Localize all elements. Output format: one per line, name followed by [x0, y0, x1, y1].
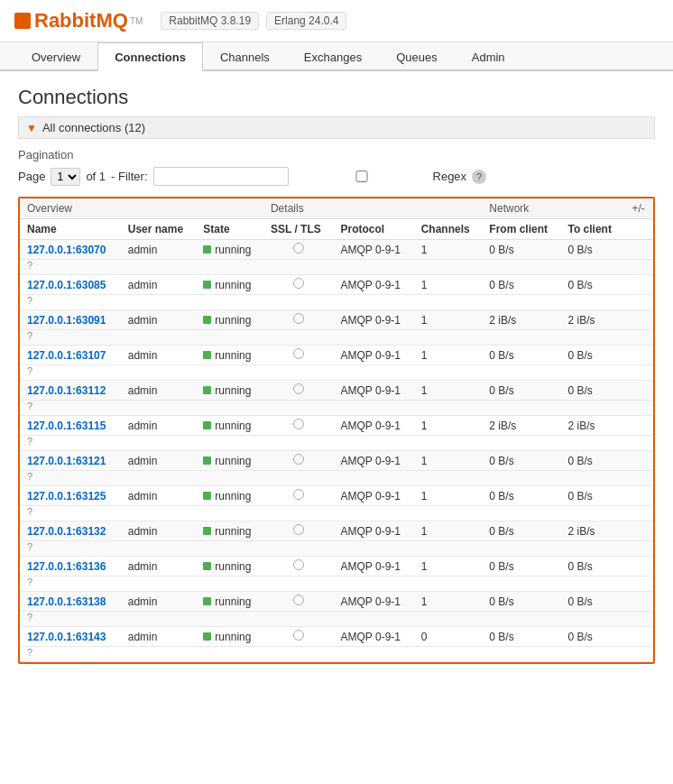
nav-queues[interactable]: Queues	[379, 42, 455, 71]
cell-protocol: AMQP 0-9-1	[334, 275, 414, 295]
cell-sub-empty	[121, 330, 653, 346]
cell-to: 0 B/s	[560, 240, 623, 260]
cell-protocol: AMQP 0-9-1	[334, 521, 414, 541]
cell-name[interactable]: 127.0.0.1:63091	[20, 310, 121, 330]
chevron-down-icon: ▼	[26, 122, 37, 134]
cell-username: admin	[121, 627, 197, 647]
cell-name[interactable]: 127.0.0.1:63132	[20, 521, 121, 541]
table-row: 127.0.0.1:63143 admin running AMQP 0-9-1…	[20, 627, 653, 647]
table-row: 127.0.0.1:63125 admin running AMQP 0-9-1…	[20, 486, 653, 506]
cell-protocol: AMQP 0-9-1	[334, 486, 414, 506]
table-row: 127.0.0.1:63121 admin running AMQP 0-9-1…	[20, 451, 653, 471]
main-content: Connections ▼ All connections (12) Pagin…	[0, 71, 673, 678]
cell-channels: 1	[414, 592, 483, 612]
cell-ssl	[263, 627, 334, 647]
cell-channels: 0	[414, 627, 483, 647]
section-header[interactable]: ▼ All connections (12)	[18, 116, 655, 139]
col-plusminus-empty	[623, 219, 653, 240]
cell-name[interactable]: 127.0.0.1:63125	[20, 486, 121, 506]
cell-username: admin	[121, 451, 197, 471]
nav-bar: Overview Connections Channels Exchanges …	[0, 42, 673, 71]
cell-ssl	[263, 486, 334, 506]
cell-plusminus	[623, 592, 653, 612]
col-username: User name	[121, 219, 197, 240]
cell-sub-empty	[121, 436, 653, 451]
cell-username: admin	[121, 557, 197, 576]
cell-name[interactable]: 127.0.0.1:63112	[20, 381, 121, 401]
cell-name[interactable]: 127.0.0.1:63143	[20, 627, 121, 647]
cell-from: 0 B/s	[482, 240, 560, 260]
cell-name[interactable]: 127.0.0.1:63115	[20, 416, 121, 436]
nav-channels[interactable]: Channels	[203, 42, 287, 71]
help-icon[interactable]: ?	[472, 170, 486, 184]
cell-state: running	[196, 486, 263, 506]
nav-admin[interactable]: Admin	[455, 42, 522, 71]
table-row: 127.0.0.1:63136 admin running AMQP 0-9-1…	[20, 557, 653, 576]
cell-ssl	[263, 416, 334, 436]
cell-username: admin	[121, 310, 197, 330]
nav-connections[interactable]: Connections	[97, 42, 203, 71]
cell-name[interactable]: 127.0.0.1:63121	[20, 451, 121, 471]
cell-name[interactable]: 127.0.0.1:63107	[20, 346, 121, 365]
connections-table: Overview Details Network +/- Name User n…	[20, 198, 653, 662]
cell-sub-empty	[121, 295, 653, 310]
cell-username: admin	[121, 240, 197, 260]
cell-state: running	[196, 557, 263, 576]
nav-exchanges[interactable]: Exchanges	[287, 42, 379, 71]
filter-input[interactable]	[153, 167, 289, 186]
cell-username: admin	[121, 416, 197, 436]
group-details: Details	[263, 198, 482, 219]
cell-sub-empty	[121, 365, 653, 381]
nav-overview[interactable]: Overview	[14, 42, 97, 71]
cell-state: running	[196, 346, 263, 365]
table-row-sub: ?	[20, 330, 653, 346]
cell-name[interactable]: 127.0.0.1:63136	[20, 557, 121, 576]
cell-channels: 1	[414, 416, 483, 436]
col-state: State	[196, 219, 263, 240]
cell-ssl	[263, 592, 334, 612]
page-select[interactable]: 1	[51, 168, 80, 186]
cell-plusminus	[623, 346, 653, 365]
cell-name[interactable]: 127.0.0.1:63085	[20, 275, 121, 295]
cell-sub: ?	[20, 541, 121, 557]
cell-protocol: AMQP 0-9-1	[334, 346, 414, 365]
cell-channels: 1	[414, 240, 483, 260]
version-rabbitmq: RabbitMQ 3.8.19	[161, 12, 259, 30]
cell-username: admin	[121, 275, 197, 295]
cell-ssl	[263, 451, 334, 471]
cell-plusminus	[623, 310, 653, 330]
group-network: Network	[482, 198, 623, 219]
cell-state: running	[196, 592, 263, 612]
cell-from: 0 B/s	[482, 486, 560, 506]
table-row: 127.0.0.1:63132 admin running AMQP 0-9-1…	[20, 521, 653, 541]
cell-to: 0 B/s	[560, 486, 623, 506]
table-row: 127.0.0.1:63085 admin running AMQP 0-9-1…	[20, 275, 653, 295]
app-header: RabbitMQ TM RabbitMQ 3.8.19 Erlang 24.0.…	[0, 0, 673, 42]
cell-to: 0 B/s	[560, 592, 623, 612]
cell-state: running	[196, 627, 263, 647]
cell-protocol: AMQP 0-9-1	[334, 592, 414, 612]
table-row-sub: ?	[20, 260, 653, 275]
table-row-sub: ?	[20, 401, 653, 416]
cell-from: 0 B/s	[482, 592, 560, 612]
cell-plusminus	[623, 627, 653, 647]
cell-sub: ?	[20, 401, 121, 416]
cell-name[interactable]: 127.0.0.1:63070	[20, 240, 121, 260]
regex-checkbox[interactable]	[294, 171, 429, 182]
cell-sub: ?	[20, 365, 121, 381]
cell-name[interactable]: 127.0.0.1:63138	[20, 592, 121, 612]
page-label: Page	[18, 170, 45, 183]
group-overview: Overview	[20, 198, 263, 219]
col-header-row: Name User name State SSL / TLS Protocol …	[20, 219, 653, 240]
plus-minus-header[interactable]: +/-	[623, 198, 653, 219]
cell-protocol: AMQP 0-9-1	[334, 557, 414, 576]
cell-username: admin	[121, 486, 197, 506]
cell-protocol: AMQP 0-9-1	[334, 451, 414, 471]
cell-protocol: AMQP 0-9-1	[334, 381, 414, 401]
cell-protocol: AMQP 0-9-1	[334, 310, 414, 330]
cell-protocol: AMQP 0-9-1	[334, 416, 414, 436]
cell-to: 0 B/s	[560, 451, 623, 471]
group-header-row: Overview Details Network +/-	[20, 198, 653, 219]
cell-from: 0 B/s	[482, 557, 560, 576]
cell-ssl	[263, 240, 334, 260]
